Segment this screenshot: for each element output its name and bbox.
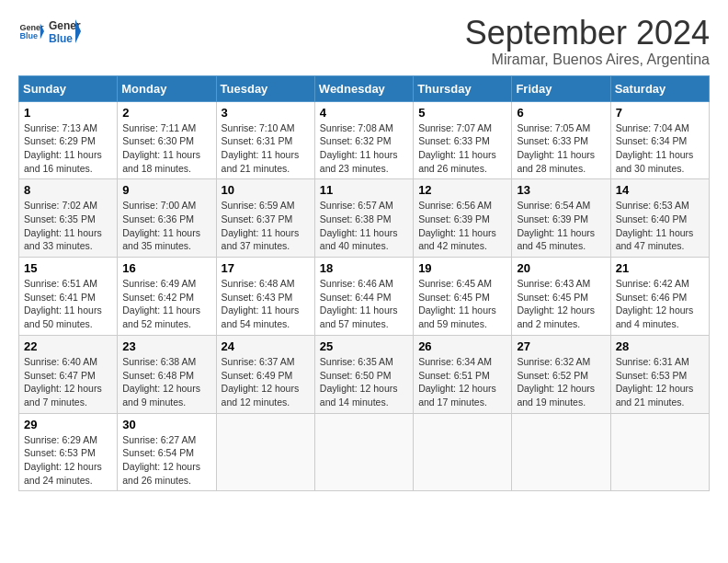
day-info: Sunrise: 6:48 AMSunset: 6:43 PMDaylight:…	[222, 277, 310, 331]
calendar-cell: 17Sunrise: 6:48 AMSunset: 6:43 PMDayligh…	[216, 258, 314, 336]
day-info: Sunrise: 6:43 AMSunset: 6:45 PMDaylight:…	[517, 277, 605, 331]
weekday-header: Saturday	[610, 75, 709, 101]
day-number: 30	[122, 418, 210, 431]
day-info: Sunrise: 6:38 AMSunset: 6:48 PMDaylight:…	[122, 355, 210, 409]
title-block: September 2024 Miramar, Buenos Aires, Ar…	[465, 15, 710, 68]
calendar-cell: 14Sunrise: 6:53 AMSunset: 6:40 PMDayligh…	[610, 179, 709, 258]
day-info: Sunrise: 7:10 AMSunset: 6:31 PMDaylight:…	[222, 121, 310, 176]
logo-svg: General Blue	[48, 15, 81, 48]
calendar-week-row: 1Sunrise: 7:13 AMSunset: 6:29 PMDaylight…	[19, 101, 710, 179]
day-number: 21	[616, 261, 704, 275]
day-number: 4	[320, 106, 408, 120]
day-number: 27	[517, 339, 605, 353]
weekday-header-row: SundayMondayTuesdayWednesdayThursdayFrid…	[19, 75, 710, 101]
day-number: 1	[24, 106, 112, 120]
day-info: Sunrise: 6:46 AMSunset: 6:44 PMDaylight:…	[320, 277, 408, 331]
day-number: 24	[222, 339, 310, 353]
day-info: Sunrise: 7:04 AMSunset: 6:34 PMDaylight:…	[616, 121, 704, 176]
day-number: 16	[122, 261, 210, 275]
day-number: 2	[122, 106, 210, 120]
calendar-cell: 27Sunrise: 6:32 AMSunset: 6:52 PMDayligh…	[512, 335, 610, 413]
day-number: 25	[320, 339, 408, 353]
calendar-cell: 23Sunrise: 6:38 AMSunset: 6:48 PMDayligh…	[118, 335, 216, 413]
day-info: Sunrise: 6:54 AMSunset: 6:39 PMDaylight:…	[517, 199, 605, 253]
calendar-cell: 5Sunrise: 7:07 AMSunset: 6:33 PMDaylight…	[414, 101, 512, 179]
svg-text:Blue: Blue	[19, 31, 38, 40]
day-number: 28	[616, 339, 704, 353]
day-info: Sunrise: 6:27 AMSunset: 6:54 PMDaylight:…	[122, 433, 210, 488]
day-info: Sunrise: 6:53 AMSunset: 6:40 PMDaylight:…	[616, 199, 704, 253]
logo-icon: General Blue	[18, 18, 44, 44]
day-info: Sunrise: 6:56 AMSunset: 6:39 PMDaylight:…	[418, 199, 506, 253]
calendar-week-row: 22Sunrise: 6:40 AMSunset: 6:47 PMDayligh…	[19, 335, 710, 413]
day-number: 11	[320, 183, 408, 197]
calendar-cell: 16Sunrise: 6:49 AMSunset: 6:42 PMDayligh…	[118, 258, 216, 336]
calendar-cell: 10Sunrise: 6:59 AMSunset: 6:37 PMDayligh…	[216, 179, 314, 258]
logo: General Blue General Blue	[18, 15, 81, 48]
day-info: Sunrise: 6:37 AMSunset: 6:49 PMDaylight:…	[222, 355, 310, 409]
day-number: 20	[517, 261, 605, 275]
calendar-cell: 11Sunrise: 6:57 AMSunset: 6:38 PMDayligh…	[314, 179, 413, 258]
month-title: September 2024	[465, 15, 710, 52]
day-number: 14	[616, 183, 704, 197]
location-subtitle: Miramar, Buenos Aires, Argentina	[465, 52, 710, 68]
day-info: Sunrise: 7:08 AMSunset: 6:32 PMDaylight:…	[320, 121, 408, 176]
day-info: Sunrise: 7:11 AMSunset: 6:30 PMDaylight:…	[122, 121, 210, 176]
day-info: Sunrise: 7:05 AMSunset: 6:33 PMDaylight:…	[517, 121, 605, 176]
calendar-cell: 8Sunrise: 7:02 AMSunset: 6:35 PMDaylight…	[19, 179, 118, 258]
calendar-cell: 6Sunrise: 7:05 AMSunset: 6:33 PMDaylight…	[512, 101, 610, 179]
day-info: Sunrise: 6:49 AMSunset: 6:42 PMDaylight:…	[122, 277, 210, 331]
page-header: General Blue General Blue September 2024…	[18, 15, 710, 68]
calendar-cell: 22Sunrise: 6:40 AMSunset: 6:47 PMDayligh…	[19, 335, 118, 413]
day-number: 15	[24, 261, 112, 275]
day-info: Sunrise: 6:29 AMSunset: 6:53 PMDaylight:…	[24, 433, 112, 488]
day-number: 22	[24, 339, 112, 353]
svg-text:Blue: Blue	[49, 32, 73, 45]
calendar-cell	[314, 413, 413, 491]
day-number: 29	[24, 418, 112, 431]
day-number: 19	[418, 261, 506, 275]
weekday-header: Friday	[512, 75, 610, 101]
calendar-cell: 13Sunrise: 6:54 AMSunset: 6:39 PMDayligh…	[512, 179, 610, 258]
calendar-cell: 2Sunrise: 7:11 AMSunset: 6:30 PMDaylight…	[118, 101, 216, 179]
day-info: Sunrise: 6:51 AMSunset: 6:41 PMDaylight:…	[24, 277, 112, 331]
calendar-cell: 7Sunrise: 7:04 AMSunset: 6:34 PMDaylight…	[610, 101, 709, 179]
calendar-cell: 19Sunrise: 6:45 AMSunset: 6:45 PMDayligh…	[414, 258, 512, 336]
day-info: Sunrise: 7:02 AMSunset: 6:35 PMDaylight:…	[24, 199, 112, 253]
day-info: Sunrise: 6:35 AMSunset: 6:50 PMDaylight:…	[320, 355, 408, 409]
calendar-cell: 25Sunrise: 6:35 AMSunset: 6:50 PMDayligh…	[314, 335, 413, 413]
day-number: 18	[320, 261, 408, 275]
day-number: 26	[418, 339, 506, 353]
day-number: 6	[517, 106, 605, 120]
calendar-week-row: 15Sunrise: 6:51 AMSunset: 6:41 PMDayligh…	[19, 258, 710, 336]
day-number: 3	[222, 106, 310, 120]
calendar-cell: 4Sunrise: 7:08 AMSunset: 6:32 PMDaylight…	[314, 101, 413, 179]
day-info: Sunrise: 6:59 AMSunset: 6:37 PMDaylight:…	[222, 199, 310, 253]
calendar-cell: 30Sunrise: 6:27 AMSunset: 6:54 PMDayligh…	[118, 413, 216, 491]
day-info: Sunrise: 7:07 AMSunset: 6:33 PMDaylight:…	[418, 121, 506, 176]
calendar-cell: 28Sunrise: 6:31 AMSunset: 6:53 PMDayligh…	[610, 335, 709, 413]
day-info: Sunrise: 6:57 AMSunset: 6:38 PMDaylight:…	[320, 199, 408, 253]
calendar-cell: 26Sunrise: 6:34 AMSunset: 6:51 PMDayligh…	[414, 335, 512, 413]
calendar-cell: 24Sunrise: 6:37 AMSunset: 6:49 PMDayligh…	[216, 335, 314, 413]
calendar-table: SundayMondayTuesdayWednesdayThursdayFrid…	[18, 75, 710, 492]
day-info: Sunrise: 6:42 AMSunset: 6:46 PMDaylight:…	[616, 277, 704, 331]
day-number: 23	[122, 339, 210, 353]
calendar-cell: 1Sunrise: 7:13 AMSunset: 6:29 PMDaylight…	[19, 101, 118, 179]
day-number: 12	[418, 183, 506, 197]
day-number: 5	[418, 106, 506, 120]
day-number: 9	[122, 183, 210, 197]
day-number: 8	[24, 183, 112, 197]
weekday-header: Tuesday	[216, 75, 314, 101]
weekday-header: Monday	[118, 75, 216, 101]
day-number: 7	[616, 106, 704, 120]
day-info: Sunrise: 7:13 AMSunset: 6:29 PMDaylight:…	[24, 121, 112, 176]
calendar-cell: 9Sunrise: 7:00 AMSunset: 6:36 PMDaylight…	[118, 179, 216, 258]
calendar-cell: 29Sunrise: 6:29 AMSunset: 6:53 PMDayligh…	[19, 413, 118, 491]
calendar-cell: 3Sunrise: 7:10 AMSunset: 6:31 PMDaylight…	[216, 101, 314, 179]
day-info: Sunrise: 6:40 AMSunset: 6:47 PMDaylight:…	[24, 355, 112, 409]
calendar-cell	[216, 413, 314, 491]
day-number: 13	[517, 183, 605, 197]
day-info: Sunrise: 6:32 AMSunset: 6:52 PMDaylight:…	[517, 355, 605, 409]
calendar-cell: 21Sunrise: 6:42 AMSunset: 6:46 PMDayligh…	[610, 258, 709, 336]
